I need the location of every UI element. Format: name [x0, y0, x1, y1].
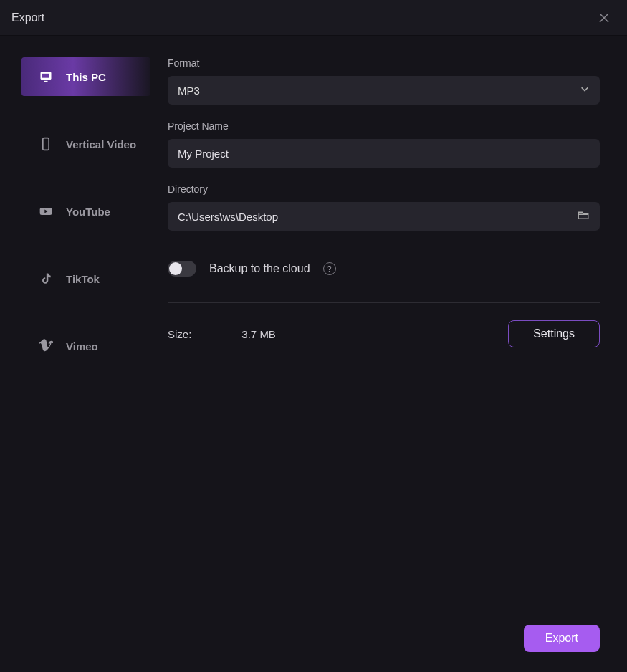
- backup-row: Backup to the cloud ?: [168, 261, 600, 277]
- sidebar-item-youtube[interactable]: YouTube: [21, 192, 150, 231]
- size-value: 3.7 MB: [241, 328, 276, 340]
- backup-label: Backup to the cloud: [209, 262, 310, 275]
- footer: Export: [524, 625, 600, 652]
- phone-icon: [39, 137, 53, 151]
- format-field: Format MP3: [168, 57, 600, 105]
- svg-rect-1: [42, 74, 49, 78]
- directory-value[interactable]: C:\Users\ws\Desktop: [178, 211, 577, 223]
- sidebar-item-vimeo[interactable]: Vimeo: [21, 327, 150, 365]
- project-name-label: Project Name: [168, 120, 600, 132]
- sidebar-item-label: Vertical Video: [66, 138, 136, 150]
- format-label: Format: [168, 57, 600, 69]
- sidebar-item-label: TikTok: [66, 273, 100, 285]
- divider: [168, 302, 600, 303]
- folder-icon[interactable]: [577, 208, 590, 224]
- sidebar-item-this-pc[interactable]: This PC: [21, 57, 150, 96]
- directory-input-wrap: C:\Users\ws\Desktop: [168, 202, 600, 231]
- size-row: Size: 3.7 MB Settings: [168, 320, 600, 347]
- tiktok-icon: [39, 272, 53, 286]
- project-name-field: Project Name: [168, 120, 600, 168]
- sidebar-item-vertical-video[interactable]: Vertical Video: [21, 125, 150, 163]
- titlebar: Export: [0, 0, 627, 36]
- sidebar-item-label: Vimeo: [66, 340, 98, 352]
- svg-rect-2: [44, 81, 48, 82]
- settings-button[interactable]: Settings: [508, 320, 600, 347]
- help-icon[interactable]: ?: [323, 262, 336, 275]
- format-value: MP3: [178, 85, 580, 97]
- backup-toggle[interactable]: [168, 261, 196, 277]
- close-icon: [598, 12, 610, 24]
- close-button[interactable]: [595, 9, 613, 27]
- size-info: Size: 3.7 MB: [168, 328, 276, 340]
- sidebar-item-label: YouTube: [66, 206, 110, 218]
- dialog-title: Export: [11, 11, 44, 24]
- directory-label: Directory: [168, 183, 600, 195]
- format-select[interactable]: MP3: [168, 76, 600, 105]
- export-button[interactable]: Export: [524, 625, 600, 652]
- sidebar-item-label: This PC: [66, 71, 106, 83]
- svg-rect-3: [43, 138, 49, 150]
- youtube-icon: [39, 204, 53, 219]
- main-panel: Format MP3 Project Name Directory C:\Use…: [150, 57, 627, 672]
- toggle-knob: [169, 262, 182, 275]
- monitor-icon: [39, 69, 53, 84]
- directory-field: Directory C:\Users\ws\Desktop: [168, 183, 600, 231]
- size-label: Size:: [168, 328, 191, 340]
- chevron-down-icon: [580, 84, 590, 97]
- sidebar-item-tiktok[interactable]: TikTok: [21, 259, 150, 298]
- sidebar: This PC Vertical Video YouTube TikTok: [0, 57, 150, 672]
- vimeo-icon: [39, 339, 53, 353]
- export-dialog: Export This PC Vertical Video: [0, 0, 627, 672]
- dialog-body: This PC Vertical Video YouTube TikTok: [0, 36, 627, 672]
- project-name-input[interactable]: [168, 139, 600, 168]
